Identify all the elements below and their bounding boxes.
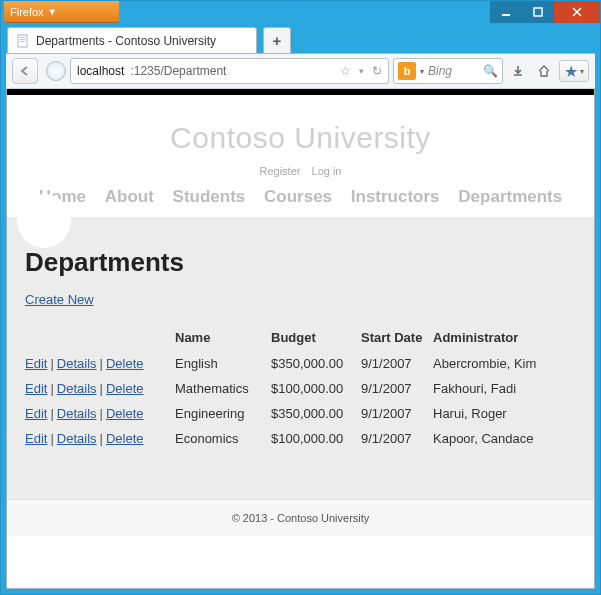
- firefox-menu-button[interactable]: Firefox ▼: [4, 1, 119, 23]
- dropdown-caret-icon[interactable]: ▾: [359, 66, 364, 76]
- cell-startdate: 9/1/2007: [361, 426, 433, 451]
- svg-rect-5: [20, 37, 25, 38]
- firefox-menu-label: Firefox: [10, 6, 44, 18]
- search-bar[interactable]: b ▾ Bing 🔍: [393, 58, 503, 84]
- edit-link[interactable]: Edit: [25, 381, 47, 396]
- reload-icon[interactable]: ↻: [372, 64, 382, 78]
- nav-instructors[interactable]: Instructors: [351, 187, 440, 206]
- bing-icon: b: [398, 62, 416, 80]
- url-host: localhost: [77, 64, 124, 78]
- delete-link[interactable]: Delete: [106, 431, 144, 446]
- page: Contoso University Register Log in Home …: [7, 95, 594, 536]
- cell-name: Economics: [175, 426, 271, 451]
- chevron-down-icon: ▾: [580, 67, 584, 76]
- nav-students[interactable]: Students: [173, 187, 246, 206]
- edit-link[interactable]: Edit: [25, 356, 47, 371]
- edit-link[interactable]: Edit: [25, 406, 47, 421]
- search-placeholder: Bing: [428, 64, 452, 78]
- details-link[interactable]: Details: [57, 406, 97, 421]
- maximize-button[interactable]: [522, 1, 554, 23]
- urlbar-right: ☆ ▾ ↻: [340, 64, 382, 78]
- svg-rect-7: [20, 41, 25, 42]
- cell-admin: Abercrombie, Kim: [433, 351, 546, 376]
- downloads-button[interactable]: [507, 60, 529, 82]
- nav-departments[interactable]: Departments: [458, 187, 562, 206]
- cell-name: English: [175, 351, 271, 376]
- cell-admin: Harui, Roger: [433, 401, 546, 426]
- site-identity-icon[interactable]: [46, 61, 66, 81]
- cell-startdate: 9/1/2007: [361, 351, 433, 376]
- firefox-window: Firefox ▼ Departments - Contoso Universi…: [0, 0, 601, 595]
- page-header: Contoso University Register Log in Home …: [7, 95, 594, 217]
- cell-name: Engineering: [175, 401, 271, 426]
- table-row: Edit|Details|DeleteEngineering$350,000.0…: [25, 401, 546, 426]
- table-row: Edit|Details|DeleteEnglish$350,000.009/1…: [25, 351, 546, 376]
- content-area: Departments Create New Name Budget Start…: [7, 239, 594, 499]
- table-header-row: Name Budget Start Date Administrator: [25, 326, 546, 351]
- table-row: Edit|Details|DeleteEconomics$100,000.009…: [25, 426, 546, 451]
- header-curve: [7, 217, 594, 239]
- nav-courses[interactable]: Courses: [264, 187, 332, 206]
- page-footer: © 2013 - Contoso University: [7, 499, 594, 536]
- cell-startdate: 9/1/2007: [361, 401, 433, 426]
- svg-rect-6: [20, 39, 25, 40]
- url-path: :1235/Department: [130, 64, 226, 78]
- minimize-button[interactable]: [490, 1, 522, 23]
- departments-table: Name Budget Start Date Administrator Edi…: [25, 326, 546, 451]
- tab-strip: Departments - Contoso University +: [1, 23, 600, 53]
- window-controls: [490, 1, 600, 23]
- back-button[interactable]: [12, 58, 38, 84]
- table-row: Edit|Details|DeleteMathematics$100,000.0…: [25, 376, 546, 401]
- delete-link[interactable]: Delete: [106, 381, 144, 396]
- details-link[interactable]: Details: [57, 356, 97, 371]
- auth-links: Register Log in: [7, 165, 594, 177]
- row-actions: Edit|Details|Delete: [25, 376, 175, 401]
- row-actions: Edit|Details|Delete: [25, 351, 175, 376]
- row-actions: Edit|Details|Delete: [25, 401, 175, 426]
- details-link[interactable]: Details: [57, 381, 97, 396]
- page-heading: Departments: [25, 247, 576, 278]
- cell-budget: $100,000.00: [271, 376, 361, 401]
- register-link[interactable]: Register: [259, 165, 300, 177]
- new-tab-button[interactable]: +: [263, 27, 291, 53]
- browser-tab[interactable]: Departments - Contoso University: [7, 27, 257, 53]
- chevron-down-icon[interactable]: ▾: [420, 67, 424, 76]
- chevron-down-icon: ▼: [48, 7, 57, 17]
- home-button[interactable]: [533, 60, 555, 82]
- star-icon: ★: [564, 62, 578, 81]
- cell-budget: $100,000.00: [271, 426, 361, 451]
- cell-admin: Kapoor, Candace: [433, 426, 546, 451]
- cell-budget: $350,000.00: [271, 401, 361, 426]
- page-viewport: Contoso University Register Log in Home …: [6, 89, 595, 589]
- cell-budget: $350,000.00: [271, 351, 361, 376]
- col-budget: Budget: [271, 326, 361, 351]
- bookmark-star-icon[interactable]: ☆: [340, 64, 351, 78]
- login-link[interactable]: Log in: [312, 165, 342, 177]
- nav-menu: Home About Students Courses Instructors …: [7, 187, 594, 207]
- nav-about[interactable]: About: [105, 187, 154, 206]
- col-actions: [25, 326, 175, 351]
- col-admin: Administrator: [433, 326, 546, 351]
- site-title: Contoso University: [7, 121, 594, 155]
- url-bar[interactable]: localhost:1235/Department ☆ ▾ ↻: [70, 58, 389, 84]
- toolbar: localhost:1235/Department ☆ ▾ ↻ b ▾ Bing…: [6, 53, 595, 89]
- delete-link[interactable]: Delete: [106, 356, 144, 371]
- svg-rect-0: [502, 14, 510, 16]
- col-startdate: Start Date: [361, 326, 433, 351]
- details-link[interactable]: Details: [57, 431, 97, 446]
- bookmarks-menu-button[interactable]: ★▾: [559, 60, 589, 82]
- svg-rect-1: [534, 8, 542, 16]
- edit-link[interactable]: Edit: [25, 431, 47, 446]
- search-icon[interactable]: 🔍: [483, 64, 498, 78]
- cell-name: Mathematics: [175, 376, 271, 401]
- create-new-link[interactable]: Create New: [25, 292, 94, 307]
- tab-title: Departments - Contoso University: [36, 34, 216, 48]
- close-button[interactable]: [554, 1, 600, 23]
- cell-admin: Fakhouri, Fadi: [433, 376, 546, 401]
- col-name: Name: [175, 326, 271, 351]
- delete-link[interactable]: Delete: [106, 406, 144, 421]
- cell-startdate: 9/1/2007: [361, 376, 433, 401]
- row-actions: Edit|Details|Delete: [25, 426, 175, 451]
- page-icon: [16, 34, 30, 48]
